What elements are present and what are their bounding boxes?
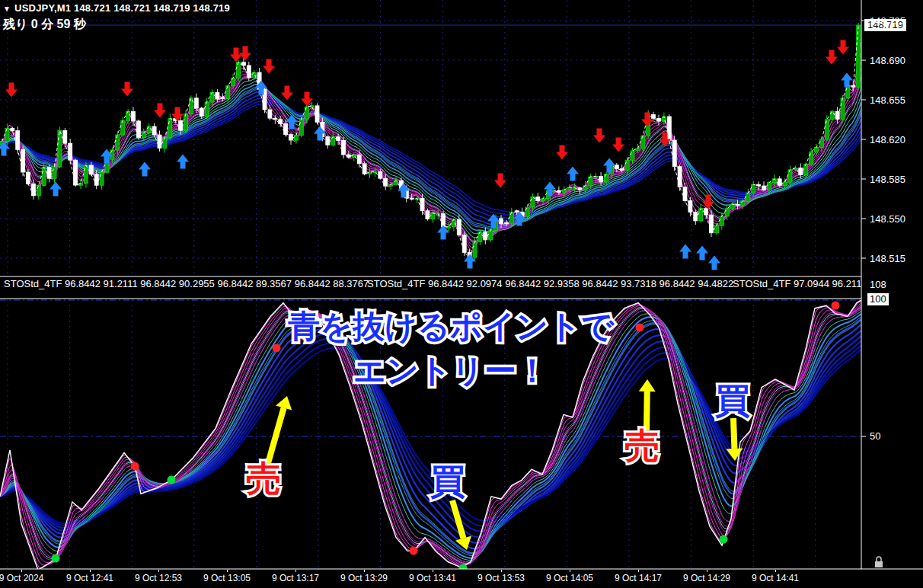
buy-arrow-icon — [139, 162, 151, 177]
candle-body — [378, 171, 382, 178]
candle-body — [752, 184, 755, 193]
candle-body — [121, 120, 125, 135]
symbol-header: ▼USDJPY,M1 148.721 148.721 148.719 148.7… — [3, 2, 230, 14]
sell-arrow-icon — [826, 50, 838, 65]
candle-body — [168, 119, 172, 138]
time-tick-label: 9 Oct 13:17 — [272, 573, 319, 583]
time-tick-mark — [90, 570, 91, 572]
candle-body — [31, 184, 35, 196]
price-axis[interactable]: 148.719 108 100 50 148.725148.690148.655… — [862, 0, 923, 588]
mt4-chart-window: 売買売買青を抜けるポイントでエントリー！ ▼USDJPY,M1 148.721 … — [0, 0, 923, 588]
candle-body — [683, 187, 687, 201]
time-tick-label: 9 Oct 13:29 — [340, 573, 388, 583]
candle-body — [442, 214, 446, 227]
time-tick-mark — [364, 570, 365, 572]
collapse-triangle-icon[interactable]: ▼ — [3, 5, 11, 13]
time-tick-mark — [570, 570, 570, 572]
candle-body — [710, 215, 714, 233]
candle-body — [299, 119, 303, 135]
price-tick-label: 148.585 — [870, 174, 905, 185]
candle-body — [841, 98, 845, 120]
entry-arrow-head — [639, 379, 656, 391]
candle-body — [27, 172, 30, 184]
candle-body — [788, 170, 792, 182]
time-tick-label: 9 Oct 14:17 — [615, 573, 662, 583]
candle-body — [531, 197, 535, 207]
candle-body — [326, 137, 330, 145]
candle-body — [142, 133, 145, 137]
candle-body — [652, 115, 656, 119]
time-tick-mark — [21, 570, 22, 572]
buy-arrow-icon — [708, 256, 720, 270]
sell-arrow-icon — [154, 104, 166, 118]
candle-body — [420, 198, 424, 210]
buy-dot — [168, 476, 176, 484]
candle-body — [37, 186, 40, 196]
sell-dot — [131, 462, 139, 471]
chart-canvas[interactable]: 売買売買青を抜けるポイントでエントリー！ — [0, 0, 923, 588]
candle-body — [158, 135, 161, 148]
candle-body — [473, 241, 477, 257]
candle-body — [279, 120, 283, 124]
candle-body — [16, 131, 20, 150]
candle-body — [730, 204, 734, 209]
candles — [0, 23, 861, 262]
candle-body — [525, 207, 529, 216]
sell-arrow-icon — [494, 174, 506, 188]
time-axis[interactable]: 9 Oct 20249 Oct 12:419 Oct 12:539 Oct 13… — [0, 570, 923, 588]
candle-body — [605, 174, 608, 182]
time-tick-label: 9 Oct 14:41 — [752, 573, 799, 583]
ohlc-info: USDJPY,M1 148.721 148.721 148.719 148.71… — [14, 2, 230, 14]
candle-body — [21, 149, 25, 172]
candle-body — [53, 167, 56, 178]
entry-arrow-shaft — [268, 407, 284, 463]
candle-body — [132, 111, 136, 120]
candle-body — [484, 232, 487, 240]
buy-dot — [52, 554, 60, 563]
sell-arrow-icon — [556, 145, 568, 160]
entry-label: 買 — [430, 462, 465, 501]
sub-scale-mid-label: 50 — [870, 430, 880, 442]
candle-body — [58, 130, 62, 167]
candle-body — [184, 114, 188, 130]
candle-body — [100, 172, 104, 185]
candle-body — [126, 111, 130, 120]
candle-body — [294, 136, 298, 140]
buy-arrow-icon — [679, 244, 691, 259]
candle-body — [84, 165, 88, 184]
candle-body — [289, 135, 293, 140]
candle-body — [825, 120, 829, 139]
buy-dot — [720, 535, 728, 544]
indicator-label-strip: STOStd_4TF 96.8442 91.2111 96.8442 90.29… — [0, 278, 861, 290]
stostd-label-3: STOStd_4TF 97.0944 96.2118 96 — [733, 278, 861, 289]
sell-dot — [636, 324, 644, 332]
candle-body — [804, 165, 808, 175]
candle-body — [830, 111, 834, 120]
candle-body — [462, 235, 466, 252]
candle-body — [667, 117, 671, 140]
candle-body — [509, 213, 513, 224]
candle-body — [315, 106, 319, 122]
candle-body — [720, 216, 723, 225]
candle-body — [342, 140, 346, 155]
sell-arrow-icon — [593, 129, 605, 143]
stostd-label-2: STOStd_4TF 96.8442 92.0974 96.8442 92.93… — [367, 278, 733, 289]
main-price-chart — [0, 23, 867, 270]
candle-body — [678, 167, 682, 187]
time-tick-label: 9 Oct 14:05 — [546, 573, 593, 583]
price-tick-label: 148.515 — [870, 253, 905, 264]
time-tick-label: 9 Oct 12:53 — [135, 573, 182, 583]
candle-body — [589, 177, 592, 186]
time-tick-mark — [295, 570, 296, 572]
candle-body — [194, 98, 198, 108]
candle-body — [63, 130, 67, 143]
candle-body — [384, 178, 388, 186]
sell-dot — [273, 344, 281, 353]
candle-body — [672, 140, 676, 167]
time-tick-label: 9 Oct 2024 — [0, 573, 43, 583]
time-tick-mark — [707, 570, 707, 572]
sell-arrow-icon — [263, 59, 275, 74]
buy-arrow-icon — [177, 155, 189, 169]
candle-body — [237, 62, 241, 78]
candle-body — [305, 107, 308, 119]
